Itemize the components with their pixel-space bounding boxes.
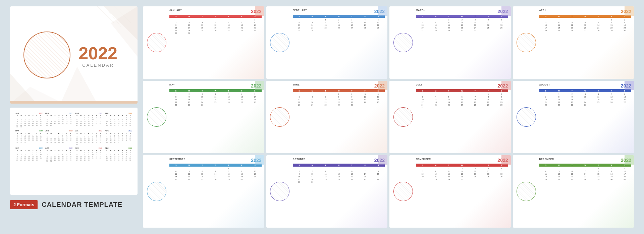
day-header: W	[455, 89, 469, 92]
day-cell: 5	[605, 93, 618, 96]
day-cell: 26	[442, 104, 455, 106]
day-cell: 27	[579, 29, 592, 32]
day-cell: 22	[482, 101, 495, 104]
day-cell: 20	[306, 101, 319, 104]
day-cell: 15	[442, 24, 455, 26]
day-cell-empty: .	[539, 18, 552, 21]
day-cell: 25	[592, 101, 605, 104]
day-cell: 3	[469, 167, 482, 170]
day-cell: 13	[293, 24, 306, 26]
day-cell: 30	[455, 29, 469, 32]
day-cell-empty: .	[345, 167, 358, 170]
day-header: F	[359, 15, 372, 18]
month-photo-circle	[393, 182, 413, 201]
month-name: JULY	[416, 83, 422, 86]
day-cell: 28	[469, 104, 482, 106]
day-cell-empty: .	[306, 18, 319, 21]
day-cell: 29	[169, 104, 182, 106]
day-cell-empty: .	[416, 167, 429, 170]
day-cell: 19	[495, 24, 508, 26]
day-cell: 5	[209, 21, 222, 24]
day-cell: 27	[455, 104, 469, 106]
day-cell: 11	[372, 96, 385, 98]
day-cell: 27	[222, 29, 235, 32]
calendar-row-3: SEPTEMBER2022SMTWTFS....1234567891011121…	[143, 155, 634, 228]
day-header: F	[605, 89, 618, 92]
day-cell: 25	[482, 26, 495, 29]
day-cell: 1	[319, 18, 332, 21]
day-cell: 28	[306, 29, 319, 32]
day-cell: 20	[579, 26, 592, 29]
day-header: T	[196, 15, 209, 18]
day-cell: 30	[455, 178, 469, 181]
day-cell: 12	[566, 24, 579, 26]
day-cell: 12	[442, 98, 455, 101]
day-cell-empty: .	[579, 167, 592, 170]
day-cell: 21	[592, 26, 605, 29]
day-cell: 12	[293, 98, 306, 101]
day-cell: 14	[319, 98, 332, 101]
day-cell: 20	[235, 98, 248, 101]
day-cell: 7	[579, 170, 592, 173]
calendar-row-2: MAY2022SMTWTFS12345678910111213141516171…	[143, 81, 634, 153]
day-cell: 16	[332, 24, 345, 26]
day-cell: 4	[539, 170, 552, 173]
day-cell: 23	[618, 26, 631, 29]
day-cell-empty: .	[209, 18, 222, 21]
day-cell: 6	[416, 170, 429, 173]
day-cell: 8	[319, 21, 332, 24]
day-cell: 1	[372, 167, 385, 170]
day-cell: 26	[372, 26, 385, 29]
day-cell: 23	[566, 101, 579, 104]
day-cell-empty: .	[429, 18, 442, 21]
day-cell: 14	[235, 24, 248, 26]
day-cell-empty: .	[196, 167, 209, 170]
day-cell: 11	[169, 173, 182, 175]
day-cell: 6	[293, 21, 306, 24]
day-cell-empty: .	[429, 167, 442, 170]
day-header: W	[332, 164, 345, 167]
day-cell: 5	[293, 96, 306, 98]
day-cell: 5	[222, 93, 235, 96]
day-cell-empty: .	[416, 18, 429, 21]
day-cell: 13	[416, 24, 429, 26]
day-cell: 16	[169, 26, 182, 29]
day-header: F	[482, 164, 495, 167]
month-accent-square	[625, 155, 634, 165]
day-header: S	[293, 164, 306, 167]
day-cell: 27	[618, 101, 631, 104]
day-cell: 24	[539, 29, 552, 32]
day-cell: 7	[248, 93, 261, 96]
day-cell: 20	[416, 26, 429, 29]
day-cell: 14	[209, 173, 222, 175]
day-cell: 7	[235, 21, 248, 24]
day-cell: 24	[579, 101, 592, 104]
month-name: JANUARY	[169, 9, 182, 11]
day-cell: 14	[429, 24, 442, 26]
day-cell: 19	[495, 173, 508, 175]
month-photo-circle	[517, 107, 536, 127]
day-cell: 31	[469, 29, 482, 32]
day-header: T	[442, 164, 455, 167]
day-cell: 6	[222, 21, 235, 24]
day-cell-empty: .	[442, 93, 455, 96]
day-header: M	[429, 164, 442, 167]
day-cell: 9	[455, 170, 469, 173]
day-header: W	[455, 15, 469, 18]
day-cell-empty: .	[566, 167, 579, 170]
month-photo-circle	[147, 33, 166, 52]
cover-circle	[23, 32, 70, 78]
day-cell: 16	[605, 173, 618, 175]
month-card-september: SEPTEMBER2022SMTWTFS....1234567891011121…	[143, 155, 264, 228]
day-header: F	[605, 164, 618, 167]
day-cell: 21	[359, 175, 372, 178]
day-cell: 28	[319, 104, 332, 106]
day-cell-empty: .	[293, 167, 306, 170]
day-cell: 23	[182, 101, 196, 104]
day-cell: 10	[345, 21, 358, 24]
day-cell: 17	[359, 98, 372, 101]
day-cell: 23	[495, 101, 508, 104]
day-cell: 19	[182, 175, 196, 178]
day-cell: 13	[416, 173, 429, 175]
day-cell-empty: .	[455, 93, 469, 96]
